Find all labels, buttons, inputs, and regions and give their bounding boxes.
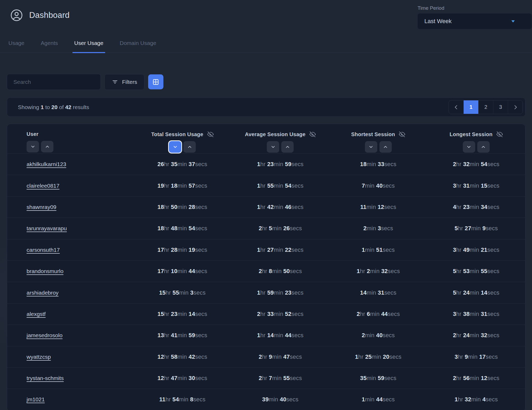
user-avatar-icon [10, 9, 23, 22]
longest-session-cell: 2hr 24min 32secs [427, 332, 525, 339]
time-period-select[interactable]: Last Week [417, 13, 532, 29]
tab-agents[interactable]: Agents [41, 40, 58, 53]
user-link[interactable]: brandonsmurlo [27, 268, 63, 274]
user-cell: trystan-schmits [7, 375, 133, 381]
longest-session-cell: 3hr 38min 31secs [427, 311, 525, 317]
total-session-cell: 12hr 47min 30secs [133, 375, 231, 382]
total-session-cell: 13hr 41min 59secs [133, 332, 231, 339]
total-session-cell: 17hr 28min 19secs [133, 247, 231, 253]
results-summary: Showing 1 to 20 of 42 results [18, 104, 89, 110]
average-session-cell: 1hr 23min 59secs [231, 161, 329, 168]
table-header: User Total Session Usage [7, 124, 525, 153]
sort-descending-button[interactable] [463, 141, 475, 153]
longest-session-cell: 3hr 9min 17secs [427, 353, 525, 360]
longest-session-cell: 5hr 27min 9secs [427, 225, 525, 232]
chevron-right-icon [513, 105, 518, 110]
shortest-session-cell: 1min 44secs [329, 396, 427, 403]
total-session-cell: 26hr 35min 37secs [133, 161, 231, 168]
eye-off-icon[interactable] [309, 131, 316, 137]
grid-view-icon [152, 78, 159, 86]
sort-ascending-button[interactable] [41, 141, 53, 152]
toolbar: Filters [7, 74, 163, 90]
column-label: Total Session Usage [151, 131, 203, 137]
user-cell: akhilkulkarni123 [7, 161, 133, 167]
table-row: shawnray0918hr 50min 28secs1hr 42min 46s… [7, 196, 525, 218]
caret-down-icon [510, 18, 516, 24]
user-cell: wyattzcsp [7, 354, 133, 360]
column-label: Shortest Session [351, 131, 395, 137]
table-row: carsonsuth1717hr 28min 19secs1hr 27min 2… [7, 239, 525, 260]
previous-page-button[interactable] [449, 100, 464, 114]
longest-session-cell: 5hr 53min 55secs [427, 268, 525, 275]
column-header-average-session: Average Session Usage [231, 131, 329, 153]
user-cell: clairelee0817 [7, 183, 133, 189]
eye-off-icon[interactable] [207, 131, 214, 137]
column-header-shortest-session: Shortest Session [329, 131, 427, 153]
pagination-controls: 123 [449, 100, 523, 114]
user-cell: tarunrayavarapu [7, 225, 133, 232]
average-session-cell: 1hr 55min 54secs [231, 182, 329, 189]
tab-bar: Usage Agents User Usage Domain Usage [0, 38, 532, 53]
user-link[interactable]: clairelee0817 [27, 183, 59, 189]
average-session-cell: 2hr 9min 47secs [231, 353, 329, 360]
user-link[interactable]: trystan-schmits [27, 375, 64, 381]
user-link[interactable]: carsonsuth17 [27, 247, 60, 253]
user-link[interactable]: tarunrayavarapu [27, 225, 67, 231]
page-button-3[interactable]: 3 [493, 100, 508, 114]
next-page-button[interactable] [508, 100, 523, 114]
shortest-session-cell: 2min 40secs [329, 332, 427, 339]
sort-ascending-button[interactable] [477, 141, 490, 153]
time-period-value: Last Week [424, 18, 510, 25]
table-row: clairelee081719hr 18min 57secs1hr 55min … [7, 175, 525, 196]
filters-button-label: Filters [122, 79, 137, 85]
search-input[interactable] [7, 74, 101, 90]
average-session-cell: 1hr 59min 23secs [231, 289, 329, 296]
time-period-label: Time Period [418, 5, 444, 11]
average-session-cell: 2hr 33min 52secs [231, 311, 329, 317]
shortest-session-cell: 35min 59secs [329, 375, 427, 382]
tab-domain-usage[interactable]: Domain Usage [120, 40, 156, 53]
total-session-cell: 18hr 48min 54secs [133, 225, 231, 232]
filters-button[interactable]: Filters [104, 74, 144, 90]
table-body: akhilkulkarni12326hr 35min 37secs1hr 23m… [7, 153, 525, 410]
average-session-cell: 1hr 14min 44secs [231, 332, 329, 339]
table-row: brandonsmurlo17hr 10min 44secs2hr 8min 5… [7, 260, 525, 282]
sort-descending-button[interactable] [267, 141, 279, 153]
total-session-cell: 12hr 58min 42secs [133, 353, 231, 360]
total-session-cell: 19hr 18min 57secs [133, 182, 231, 189]
sort-ascending-button[interactable] [183, 141, 196, 153]
shortest-session-cell: 1min 51secs [329, 247, 427, 253]
sort-ascending-button[interactable] [281, 141, 294, 153]
user-link[interactable]: arshiadebroy [27, 290, 58, 296]
total-session-cell: 11hr 54min 8secs [133, 396, 231, 403]
eye-off-icon[interactable] [496, 131, 503, 137]
page-button-2[interactable]: 2 [478, 100, 493, 114]
user-cell: alexgstf [7, 311, 133, 317]
user-link[interactable]: wyattzcsp [27, 354, 51, 360]
eye-off-icon[interactable] [399, 131, 405, 137]
total-session-cell: 17hr 10min 44secs [133, 268, 231, 275]
shortest-session-cell: 18min 33secs [329, 161, 427, 168]
user-link[interactable]: alexgstf [27, 311, 46, 317]
user-link[interactable]: shawnray09 [27, 204, 56, 210]
sort-ascending-button[interactable] [379, 141, 392, 153]
average-session-cell: 1hr 27min 22secs [231, 247, 329, 253]
table-row: akhilkulkarni12326hr 35min 37secs1hr 23m… [7, 153, 525, 175]
user-link[interactable]: jm1021 [27, 396, 45, 402]
tab-usage[interactable]: Usage [8, 40, 24, 53]
grid-view-button[interactable] [148, 74, 163, 89]
sort-descending-button[interactable] [365, 141, 377, 153]
average-session-cell: 1hr 42min 46secs [231, 204, 329, 211]
total-session-cell: 18hr 50min 28secs [133, 204, 231, 211]
user-cell: jamesedrosolo [7, 332, 133, 339]
longest-session-cell: 4hr 23min 34secs [427, 204, 525, 211]
app-header: Dashboard [10, 9, 69, 22]
page-button-1[interactable]: 1 [464, 100, 478, 114]
tab-user-usage[interactable]: User Usage [74, 40, 103, 53]
shortest-session-cell: 2min 3secs [329, 225, 427, 232]
user-link[interactable]: jamesedrosolo [27, 332, 63, 338]
shortest-session-cell: 14min 31secs [329, 289, 427, 296]
user-link[interactable]: akhilkulkarni123 [27, 161, 66, 167]
sort-descending-button[interactable] [27, 141, 39, 152]
sort-descending-button[interactable] [169, 141, 181, 153]
